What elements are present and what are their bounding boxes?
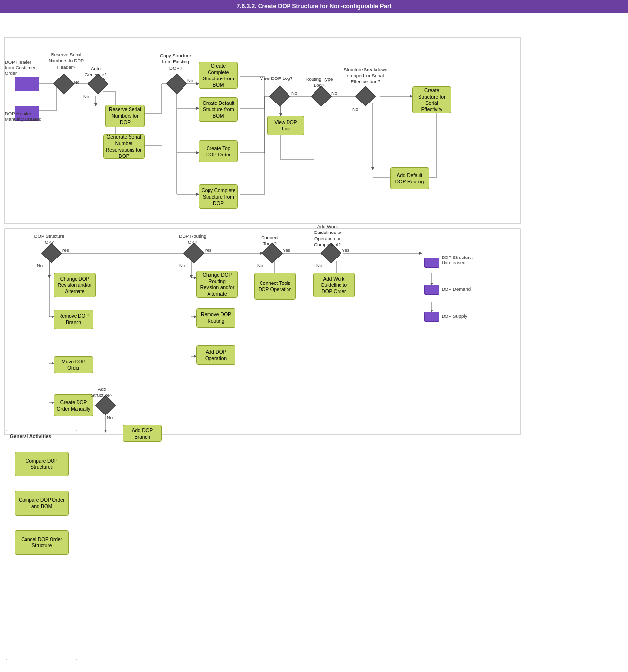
structure-breakdown-q-label: Structure Breakdown stopped for Serial E… bbox=[343, 67, 388, 85]
connector-overlay bbox=[0, 13, 628, 672]
add-work-guidelines-no-label: No bbox=[316, 263, 322, 268]
dop-structure-unreleased-label: DOP Structure, Unreleased bbox=[442, 255, 481, 265]
structure-breakdown-diamond bbox=[355, 86, 376, 106]
compare-dop-structures-box[interactable]: Compare DOP Structures bbox=[15, 452, 69, 476]
view-dop-log-no-label: No bbox=[291, 90, 297, 96]
copy-struct-no-label: No bbox=[187, 78, 193, 83]
connect-tools-no-label: No bbox=[257, 263, 263, 268]
copy-structure-q-label: Copy Structure from Existing DOP? bbox=[156, 53, 195, 71]
dop-structure-ok-label: DOP Structure OK? bbox=[33, 233, 65, 246]
dop-header-customer-label: DOP Header from Customer Order bbox=[5, 59, 42, 76]
reserve-serial-no-label: No bbox=[74, 79, 79, 85]
connect-tools-yes-label: Yes bbox=[283, 247, 290, 253]
auto-gen-no-label: No bbox=[83, 94, 89, 99]
create-complete-bom-box[interactable]: Create Complete Structure from BOM bbox=[199, 62, 238, 89]
add-structure-q-label: Add Structure? bbox=[88, 387, 115, 399]
copy-complete-dop-box[interactable]: Copy Complete Structure from DOP bbox=[199, 184, 238, 209]
page-wrapper: 7.6.3.2. Create DOP Structure for Non-co… bbox=[0, 0, 628, 672]
dop-header-manual-label: DOP Header, Manually Created bbox=[5, 111, 42, 122]
remove-dop-branch-box[interactable]: Remove DOP Branch bbox=[54, 310, 93, 329]
create-structure-serial-box[interactable]: Create Structure for Serial Effectivity bbox=[412, 86, 451, 113]
general-activities-label: General Activities bbox=[10, 434, 51, 439]
page-title: 7.6.3.2. Create DOP Structure for Non-co… bbox=[236, 3, 391, 10]
dop-supply-label: DOP Supply bbox=[442, 313, 471, 319]
change-dop-routing-box[interactable]: Change DOP Routing Revision and/or Alter… bbox=[196, 271, 238, 298]
reserve-serial-q-label: Reserve Serial Numbers to DOP Header? bbox=[47, 52, 86, 70]
view-dop-log-q-label: View DOP Log? bbox=[259, 76, 293, 81]
routing-type-q-label: Routing Type Log? bbox=[303, 77, 335, 89]
compare-dop-order-bom-box[interactable]: Compare DOP Order and BOM bbox=[15, 491, 69, 516]
diagram-area: DOP Header from Customer Order DOP Heade… bbox=[0, 13, 628, 672]
create-dop-order-manually-box[interactable]: Create DOP Order Manually bbox=[54, 394, 93, 416]
dop-routing-ok-label: DOP Routing OK? bbox=[177, 233, 209, 246]
routing-type-no-label: No bbox=[331, 90, 337, 96]
connect-tools-dop-box[interactable]: Connect Tools DOP Operation bbox=[254, 273, 296, 300]
reserve-serial-diamond bbox=[53, 74, 74, 94]
view-dop-log-box[interactable]: View DOP Log bbox=[267, 116, 304, 135]
routing-type-diamond bbox=[311, 86, 332, 106]
add-dop-branch-box[interactable]: Add DOP Branch bbox=[123, 425, 162, 442]
title-bar: 7.6.3.2. Create DOP Structure for Non-co… bbox=[0, 0, 628, 13]
add-work-guidelines-yes-label: Yes bbox=[342, 247, 350, 253]
remove-dop-routing-box[interactable]: Remove DOP Routing bbox=[196, 308, 236, 328]
copy-structure-diamond bbox=[166, 74, 187, 94]
struct-breakdown-no-label: No bbox=[352, 106, 358, 112]
add-default-routing-box[interactable]: Add Default DOP Routing bbox=[390, 167, 429, 189]
add-dop-operation-box[interactable]: Add DOP Operation bbox=[196, 345, 236, 365]
move-dop-order-box[interactable]: Move DOP Order bbox=[54, 356, 93, 373]
dop-header-customer-box bbox=[15, 77, 39, 91]
connect-tools-q-label: Connect Tools? bbox=[255, 235, 285, 247]
dop-supply-box bbox=[424, 312, 439, 322]
create-top-dop-box[interactable]: Create Top DOP Order bbox=[199, 140, 238, 162]
dop-demand-label: DOP Demand bbox=[442, 286, 471, 292]
create-default-bom-box[interactable]: Create Default Structure from BOM bbox=[199, 97, 238, 122]
auto-generate-label: Auto Generate? bbox=[81, 66, 110, 78]
add-struct-no-label: No bbox=[107, 415, 113, 420]
dop-structure-unreleased-box bbox=[424, 258, 439, 268]
change-dop-rev-box[interactable]: Change DOP Revision and/or Alternate bbox=[54, 273, 96, 297]
dop-struct-yes-label: Yes bbox=[61, 247, 69, 253]
view-dop-log-diamond bbox=[269, 86, 290, 106]
dop-routing-no-label: No bbox=[179, 263, 185, 268]
generate-serial-res-box[interactable]: Generate Serial Number Reservations for … bbox=[103, 134, 145, 159]
dop-routing-ok-diamond bbox=[183, 243, 204, 263]
cancel-dop-order-box[interactable]: Cancel DOP Order Structure bbox=[15, 530, 69, 555]
dop-struct-no-label: No bbox=[37, 263, 43, 268]
dop-structure-ok-diamond bbox=[41, 243, 62, 263]
reserve-serial-dop-box[interactable]: Reserve Serial Numbers for DOP bbox=[105, 105, 145, 127]
dop-routing-yes-label: Yes bbox=[204, 247, 212, 253]
dop-demand-box bbox=[424, 285, 439, 295]
add-work-guidelines-q-label: Add Work Guidelines to Operation or Comp… bbox=[309, 224, 346, 248]
add-work-guideline-box[interactable]: Add Work Guideline to DOP Order bbox=[313, 273, 355, 297]
